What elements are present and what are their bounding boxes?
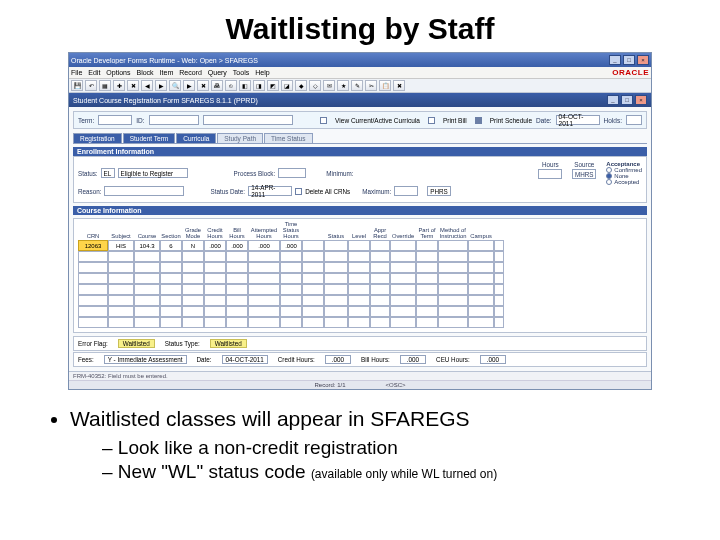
tool-i-icon[interactable]: ✎ [351, 80, 363, 91]
cell-subject[interactable]: HIS [108, 240, 134, 251]
menu-file[interactable]: File [71, 69, 82, 76]
select-icon[interactable]: ▦ [99, 80, 111, 91]
hdr-campus: Campus [468, 233, 494, 239]
table-row[interactable] [76, 273, 644, 284]
id-label: ID: [136, 117, 144, 124]
fees-field[interactable]: Y - Immediate Assessment [104, 355, 187, 364]
cell-campus[interactable] [468, 240, 494, 251]
hdr-partof: Part of Term [416, 227, 438, 239]
minimize-button[interactable]: _ [609, 55, 621, 65]
exit-icon[interactable]: ⎋ [225, 80, 237, 91]
table-row[interactable] [76, 306, 644, 317]
tool-e-icon[interactable]: ◆ [295, 80, 307, 91]
cell-method[interactable] [438, 240, 468, 251]
cell-status[interactable] [324, 240, 348, 251]
tool-c-icon[interactable]: ◩ [267, 80, 279, 91]
enrollment-block: Status: EL Eligible to Register Process … [73, 156, 647, 203]
reason-field[interactable] [104, 186, 184, 196]
tab-curricula[interactable]: Curricula [176, 133, 216, 143]
id-field[interactable] [149, 115, 199, 125]
table-row[interactable] [76, 284, 644, 295]
hdr-credit: Credit Hours [204, 227, 226, 239]
tool-a-icon[interactable]: ◧ [239, 80, 251, 91]
tool-close-icon[interactable]: ✖ [393, 80, 405, 91]
status-desc-field: Eligible to Register [118, 168, 188, 178]
prev-icon[interactable]: ◀ [141, 80, 153, 91]
status-code-field[interactable]: EL [101, 168, 115, 178]
cell-crn[interactable]: 12063 [78, 240, 108, 251]
rollback-icon[interactable]: ↶ [85, 80, 97, 91]
cell-level[interactable] [348, 240, 370, 251]
print-schedule-label: Print Schedule [490, 117, 532, 124]
form-close-button[interactable]: × [635, 95, 647, 105]
print-icon[interactable]: 🖶 [211, 80, 223, 91]
process-field[interactable] [278, 168, 306, 178]
term-label: Term: [78, 117, 94, 124]
insert-icon[interactable]: ✚ [113, 80, 125, 91]
delete-icon[interactable]: ✖ [127, 80, 139, 91]
cell-override[interactable] [390, 240, 416, 251]
date-field[interactable]: 04-OCT-2011 [556, 115, 600, 125]
table-row[interactable] [76, 295, 644, 306]
table-row[interactable] [76, 251, 644, 262]
menu-tools[interactable]: Tools [233, 69, 249, 76]
min-hours-field[interactable] [538, 169, 562, 179]
view-curricula-checkbox[interactable] [320, 117, 327, 124]
menu-block[interactable]: Block [136, 69, 153, 76]
enter-query-icon[interactable]: 🔍 [169, 80, 181, 91]
execute-query-icon[interactable]: ▶ [183, 80, 195, 91]
print-bill-checkbox[interactable] [428, 117, 435, 124]
course-grid-header: CRN Subject Course Section Grade Mode Cr… [76, 221, 644, 240]
brand-logo: ORACLE [612, 68, 649, 77]
enrollment-section-title: Enrollment Information [73, 147, 647, 156]
cell-time[interactable]: .000 [280, 240, 302, 251]
cell-grade-mode[interactable]: N [182, 240, 204, 251]
tab-student-term[interactable]: Student Term [123, 133, 176, 143]
tab-registration[interactable]: Registration [73, 133, 122, 143]
menu-query[interactable]: Query [208, 69, 227, 76]
tool-d-icon[interactable]: ◪ [281, 80, 293, 91]
tab-study-path[interactable]: Study Path [217, 133, 263, 143]
tool-g-icon[interactable]: ✉ [323, 80, 335, 91]
table-row[interactable] [76, 317, 644, 328]
save-icon[interactable]: 💾 [71, 80, 83, 91]
menu-edit[interactable]: Edit [88, 69, 100, 76]
maximize-button[interactable]: □ [623, 55, 635, 65]
menu-record[interactable]: Record [179, 69, 202, 76]
cell-course[interactable]: 104.3 [134, 240, 160, 251]
tool-h-icon[interactable]: ★ [337, 80, 349, 91]
table-row[interactable]: 12063 HIS 104.3 6 N .000 .000 .000 .000 [76, 240, 644, 251]
menu-help[interactable]: Help [255, 69, 269, 76]
cell-partof[interactable] [416, 240, 438, 251]
slide-bullets: Waitlisted classes will appear in SFAREG… [0, 398, 720, 484]
cell-flag[interactable] [494, 240, 504, 251]
close-button[interactable]: × [637, 55, 649, 65]
term-field[interactable] [98, 115, 132, 125]
cell-bill[interactable]: .000 [226, 240, 248, 251]
print-schedule-checkbox[interactable] [475, 117, 482, 124]
menu-item[interactable]: Item [160, 69, 174, 76]
tool-b-icon[interactable]: ◨ [253, 80, 265, 91]
table-row[interactable] [76, 262, 644, 273]
cell-attempted[interactable]: .000 [248, 240, 280, 251]
cell-status-hours[interactable] [302, 240, 324, 251]
tool-j-icon[interactable]: ✂ [365, 80, 377, 91]
form-maximize-button[interactable]: □ [621, 95, 633, 105]
holds-field[interactable] [626, 115, 642, 125]
tool-k-icon[interactable]: 📋 [379, 80, 391, 91]
cancel-query-icon[interactable]: ✖ [197, 80, 209, 91]
course-section-title: Course Information [73, 206, 647, 215]
delete-all-crns-checkbox[interactable] [295, 188, 302, 195]
cell-appr[interactable] [370, 240, 390, 251]
cell-section[interactable]: 6 [160, 240, 182, 251]
form-minimize-button[interactable]: _ [607, 95, 619, 105]
next-icon[interactable]: ▶ [155, 80, 167, 91]
max-hours-field[interactable] [394, 186, 418, 196]
cell-credit[interactable]: .000 [204, 240, 226, 251]
name-field[interactable] [203, 115, 293, 125]
tool-f-icon[interactable]: ◇ [309, 80, 321, 91]
menu-options[interactable]: Options [106, 69, 130, 76]
tab-time-status[interactable]: Time Status [264, 133, 312, 143]
acc-accepted-radio[interactable] [606, 179, 612, 185]
status-date-field[interactable]: 14-APR-2011 [248, 186, 292, 196]
